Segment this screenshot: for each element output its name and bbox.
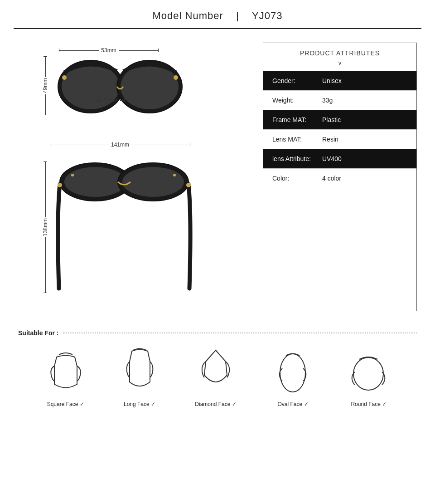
attr-value: 4 color <box>322 175 341 182</box>
attr-value: Plastic <box>322 116 341 123</box>
attr-key: Lens MAT: <box>272 136 322 143</box>
face-label: Round Face ✓ <box>351 401 387 407</box>
header-separator: | <box>236 10 239 21</box>
width-141-label: 141mm <box>109 142 131 148</box>
attr-value: Resin <box>322 136 338 143</box>
svg-point-7 <box>64 167 126 197</box>
measurement-diagram: 53mm 49mm <box>18 47 208 311</box>
temple-138-label: 138mm <box>42 217 48 237</box>
face-shape-item: Diamond Face ✓ <box>195 348 236 407</box>
attr-title: PRODUCT ATTRIBUTES <box>263 43 416 59</box>
attr-row: Frame MAT:Plastic <box>263 110 416 129</box>
front-view-area: 53mm 49mm <box>18 47 208 138</box>
face-shape-item: Oval Face ✓ <box>276 348 310 407</box>
svg-point-11 <box>186 183 191 187</box>
face-shape-item: Round Face ✓ <box>349 350 388 407</box>
face-shape-item: Square Face ✓ <box>47 350 84 407</box>
back-glasses-svg <box>54 157 195 298</box>
attr-key: Frame MAT: <box>272 116 322 123</box>
attributes-box: PRODUCT ATTRIBUTES v Gender:UnisexWeight… <box>263 43 417 311</box>
svg-point-5 <box>174 75 178 80</box>
face-svg-oval-face <box>276 348 310 397</box>
face-label: Long Face ✓ <box>124 401 155 407</box>
svg-point-4 <box>62 75 67 80</box>
svg-point-9 <box>122 167 184 197</box>
svg-point-15 <box>353 357 383 390</box>
suitable-title: Suitable For : <box>18 329 417 337</box>
suitable-label: Suitable For : <box>18 329 58 337</box>
model-value: YJ073 <box>252 10 282 21</box>
svg-point-10 <box>58 183 62 187</box>
attr-row: Color:4 color <box>263 168 416 188</box>
attr-key: lens Attribute: <box>272 155 322 162</box>
width-53-label: 53mm <box>99 47 118 54</box>
face-label: Square Face ✓ <box>47 401 84 407</box>
attr-key: Color: <box>272 175 322 182</box>
main-content: 53mm 49mm <box>0 29 435 320</box>
face-label: Oval Face ✓ <box>277 401 308 407</box>
face-svg-long-face <box>125 346 155 397</box>
front-glasses-svg <box>52 54 188 120</box>
attr-rows-container: Gender:UnisexWeight:33gFrame MAT:Plastic… <box>263 71 416 188</box>
back-view-area: 138mm <box>18 157 208 311</box>
model-label: Model Number <box>153 10 223 21</box>
face-shape-item: Long Face ✓ <box>124 346 155 407</box>
suitable-section: Suitable For : Square Face ✓ Long Face ✓… <box>0 320 435 421</box>
attr-value: Unisex <box>322 77 342 84</box>
attr-subtitle: v <box>263 59 416 71</box>
height-49-label: 49mm <box>42 77 48 94</box>
svg-point-12 <box>71 174 74 176</box>
bridge-23-label: 23mm <box>102 97 120 103</box>
attr-row: Gender:Unisex <box>263 71 416 90</box>
attr-key: Gender: <box>272 77 322 84</box>
svg-point-14 <box>280 354 305 392</box>
face-svg-square-face <box>48 350 84 397</box>
face-shapes-container: Square Face ✓ Long Face ✓ Diamond Face ✓… <box>18 346 417 407</box>
attr-row: lens Attribute:UV400 <box>263 149 416 168</box>
attr-value: 33g <box>322 97 333 104</box>
measurements-section: 53mm 49mm <box>18 43 249 311</box>
face-svg-diamond-face <box>198 348 234 397</box>
face-svg-round-face <box>349 350 388 397</box>
attr-row: Lens MAT:Resin <box>263 129 416 149</box>
model-number-header: Model Number | YJ073 <box>0 0 435 28</box>
attr-value: UV400 <box>322 155 342 162</box>
attr-key: Weight: <box>272 97 322 104</box>
face-label: Diamond Face ✓ <box>195 401 236 407</box>
suitable-dots <box>63 333 417 333</box>
svg-point-13 <box>173 174 176 176</box>
attr-row: Weight:33g <box>263 90 416 110</box>
